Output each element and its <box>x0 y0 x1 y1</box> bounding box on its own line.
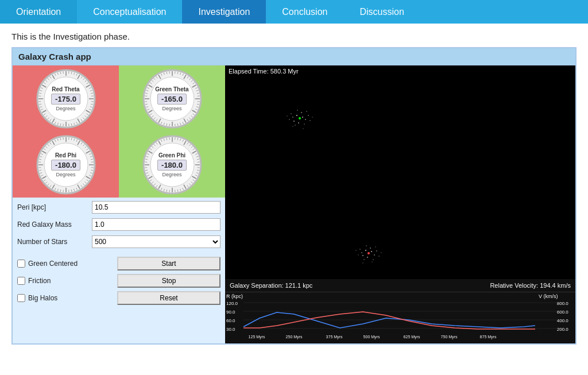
v-axis-label: V (km/s) <box>539 293 558 299</box>
dial-section: // will be drawn via SVG in template Red… <box>13 65 225 198</box>
red-theta-cell: // will be drawn via SVG in template Red… <box>13 65 119 132</box>
mass-input[interactable] <box>92 218 220 231</box>
mass-label: Red Galaxy Mass <box>17 221 92 229</box>
svg-point-280 <box>378 256 380 257</box>
svg-point-271 <box>367 257 368 258</box>
stars-select[interactable]: 500 100 250 1000 <box>92 235 220 248</box>
svg-point-258 <box>304 123 305 125</box>
svg-point-283 <box>358 254 359 256</box>
svg-point-274 <box>370 248 371 249</box>
svg-point-260 <box>310 120 311 121</box>
svg-point-286 <box>355 250 357 251</box>
phase-text: This is the Investigation phase. <box>11 32 577 41</box>
nav-investigation[interactable]: Investigation <box>182 0 266 24</box>
svg-point-276 <box>376 250 377 252</box>
svg-point-255 <box>292 117 293 118</box>
params-section: Peri [kpc] Red Galaxy Mass Number of Sta… <box>13 198 225 254</box>
svg-point-250 <box>302 117 303 118</box>
svg-point-282 <box>375 246 376 248</box>
svg-text:60.0: 60.0 <box>226 318 235 323</box>
red-theta-value: -175.0 <box>51 94 80 105</box>
svg-point-278 <box>373 259 374 260</box>
svg-text:200.0: 200.0 <box>557 327 569 332</box>
bottom-galaxy <box>355 245 382 264</box>
svg-text:625 Myrs: 625 Myrs <box>404 335 420 339</box>
svg-point-253 <box>293 121 295 122</box>
stars-label: Number of Stars <box>17 238 92 246</box>
red-phi-value: -180.0 <box>51 160 80 171</box>
nav-conclusion[interactable]: Conclusion <box>266 0 343 24</box>
svg-point-248 <box>299 117 301 119</box>
peri-label: Peri [kpc] <box>17 203 92 211</box>
red-curve <box>243 312 535 329</box>
svg-text:875 Myrs: 875 Myrs <box>480 335 497 339</box>
galaxy-separation: Galaxy Separation: 121.1 kpc <box>230 282 312 289</box>
svg-point-257 <box>295 125 296 126</box>
big-halos-label[interactable]: Big Halos <box>17 294 115 302</box>
svg-point-261 <box>297 110 298 111</box>
svg-text:800.0: 800.0 <box>557 301 569 306</box>
red-theta-label: Red Theta <box>52 86 79 92</box>
green-theta-unit: Degrees <box>162 106 181 111</box>
big-halos-row: Big Halos Reset <box>17 291 220 306</box>
big-halos-checkbox[interactable] <box>17 294 25 302</box>
green-theta-value: -165.0 <box>157 94 187 105</box>
chart-area: R (kpc) V (km/s) 120.0 90.0 60.0 30.0 80… <box>225 292 575 343</box>
red-phi-unit: Degrees <box>56 172 75 177</box>
svg-point-259 <box>291 113 292 114</box>
svg-point-266 <box>303 128 304 129</box>
green-theta-cell: Green Theta -165.0 Degrees <box>119 65 225 132</box>
svg-point-277 <box>363 259 365 260</box>
red-theta-unit: Degrees <box>56 106 75 111</box>
svg-point-279 <box>359 249 361 250</box>
peri-input[interactable] <box>92 201 220 214</box>
svg-text:375 Myrs: 375 Myrs <box>326 335 343 339</box>
stop-button[interactable]: Stop <box>117 274 220 288</box>
green-phi-unit: Degrees <box>162 172 181 177</box>
nav-orientation[interactable]: Orientation <box>0 0 77 24</box>
page-content: This is the Investigation phase. Galaxy … <box>0 24 588 353</box>
friction-row: Friction Stop <box>17 273 220 288</box>
reset-button[interactable]: Reset <box>117 291 220 305</box>
friction-label[interactable]: Friction <box>17 277 115 285</box>
top-galaxy <box>287 110 313 129</box>
svg-point-269 <box>365 250 366 251</box>
svg-text:120.0: 120.0 <box>226 301 238 306</box>
start-button[interactable]: Start <box>117 257 220 270</box>
stars-row: Number of Stars 500 100 250 1000 <box>17 234 220 249</box>
svg-point-256 <box>308 115 309 116</box>
svg-text:400.0: 400.0 <box>557 318 569 323</box>
simulation-svg <box>225 78 575 279</box>
green-theta-label: Green Theta <box>155 86 188 92</box>
svg-point-268 <box>368 252 370 254</box>
svg-point-287 <box>362 262 363 264</box>
green-phi-label: Green Phi <box>158 152 185 158</box>
green-centered-checkbox[interactable] <box>17 260 25 268</box>
left-panel: // will be drawn via SVG in template Red… <box>13 65 225 343</box>
svg-point-254 <box>301 112 302 113</box>
svg-text:500 Myrs: 500 Myrs <box>363 335 380 339</box>
svg-point-265 <box>287 115 288 117</box>
svg-text:90.0: 90.0 <box>226 310 235 315</box>
controls-section: Green Centered Start Friction Stop <box>13 254 225 310</box>
peri-row: Peri [kpc] <box>17 200 220 215</box>
friction-checkbox[interactable] <box>17 277 25 285</box>
galaxy-crash-app: Galaxy Crash app <box>11 47 577 345</box>
nav-discussion[interactable]: Discussion <box>343 0 420 24</box>
sim-canvas <box>225 78 575 279</box>
nav-conceptualisation[interactable]: Conceptualisation <box>77 0 182 24</box>
mass-row: Red Galaxy Mass <box>17 217 220 232</box>
svg-text:30.0: 30.0 <box>226 327 235 332</box>
svg-text:125 Myrs: 125 Myrs <box>249 335 265 339</box>
elapsed-time: Elapsed Time: 580.3 Myr <box>225 65 575 78</box>
green-centered-label[interactable]: Green Centered <box>17 260 115 268</box>
svg-text:750 Myrs: 750 Myrs <box>441 335 458 339</box>
svg-point-281 <box>366 245 367 246</box>
svg-point-272 <box>374 254 375 256</box>
red-phi-cell: Red Phi -180.0 Degrees <box>13 132 119 198</box>
svg-point-270 <box>371 251 372 252</box>
green-phi-cell: Green Phi -180.0 Degrees <box>119 132 225 198</box>
right-panel: Elapsed Time: 580.3 Myr <box>225 65 575 343</box>
svg-point-273 <box>362 255 363 256</box>
svg-point-252 <box>305 119 306 120</box>
